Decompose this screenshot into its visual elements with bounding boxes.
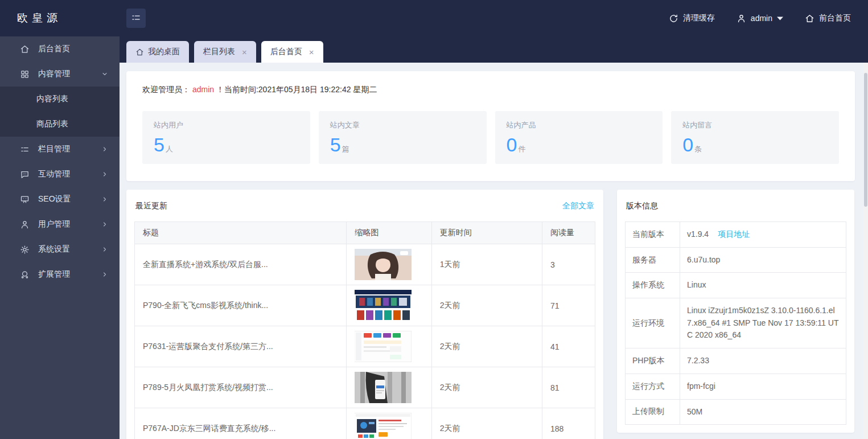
version-info-table: 当前版本 v1.9.4项目地址 服务器 6.u7u.top 操作系统 Linux — [625, 221, 846, 425]
sidebar-item-column-mgmt[interactable]: 栏目管理 — [0, 137, 120, 162]
sidebar-collapse-button[interactable] — [126, 9, 146, 28]
thumbnail-shop-page-screenshot — [355, 413, 423, 439]
clear-cache-label: 清理缓存 — [683, 13, 715, 23]
stat-value: 5 — [330, 134, 341, 155]
chat-icon — [19, 169, 30, 179]
stat-card-articles: 站内文章 5篇 — [319, 111, 487, 164]
sidebar-item-label: SEO设置 — [38, 194, 71, 204]
front-home-label: 前台首页 — [819, 13, 851, 23]
version-row: 操作系统 Linux — [626, 273, 846, 298]
main-area: 我的桌面 栏目列表 × 后台首页 × 欢迎管理员： admin ！当前时间:20… — [120, 36, 868, 439]
article-reads: 41 — [542, 326, 595, 367]
article-updated-time: 2天前 — [431, 285, 542, 326]
thumbnail-portrait-photo — [355, 249, 423, 280]
sidebar-item-extension-mgmt[interactable]: 扩展管理 — [0, 262, 120, 287]
sidebar-item-seo-settings[interactable]: SEO设置 — [0, 187, 120, 212]
sidebar-subitem-content-list[interactable]: 内容列表 — [0, 87, 120, 112]
sidebar-item-backend-home[interactable]: 后台首页 — [0, 36, 120, 61]
list-icon — [19, 144, 30, 154]
version-row: 当前版本 v1.9.4项目地址 — [626, 222, 846, 248]
recent-updates-table: 标题 缩略图 更新时间 阅读量 全新直播系统+游戏系统/双后台服... — [134, 221, 595, 439]
tab-backend-home[interactable]: 后台首页 × — [261, 41, 323, 63]
article-updated-time: 2天前 — [431, 326, 542, 367]
table-row: 全新直播系统+游戏系统/双后台服... 1天前 3 — [135, 244, 595, 285]
grid-icon — [19, 69, 30, 79]
version-label: 操作系统 — [626, 273, 680, 298]
column-header-updated: 更新时间 — [431, 222, 542, 244]
chevron-right-icon — [101, 146, 108, 153]
board-icon — [19, 194, 30, 204]
table-row: P7631-运营版聚合支付系统/第三方... 2天前 41 — [135, 326, 595, 367]
home-icon — [19, 44, 30, 54]
version-row: 上传限制 50M — [626, 399, 846, 425]
tab-column-list[interactable]: 栏目列表 × — [194, 41, 256, 63]
sidebar-item-interaction-mgmt[interactable]: 互动管理 — [0, 162, 120, 187]
home-icon — [135, 48, 144, 56]
article-reads: 71 — [542, 285, 595, 326]
article-title[interactable]: 全新直播系统+游戏系统/双后台服... — [135, 244, 347, 285]
version-value: v1.9.4 — [687, 229, 709, 239]
close-icon[interactable]: × — [309, 48, 314, 56]
header-actions: 清理缓存 admin 前台首页 — [669, 13, 868, 23]
app-window: 欧皇源 清理缓存 admin — [0, 0, 868, 439]
version-row: 运行方式 fpm-fcgi — [626, 374, 846, 399]
version-label: PHP版本 — [626, 348, 680, 374]
tab-my-desktop[interactable]: 我的桌面 — [126, 41, 189, 63]
clear-cache-button[interactable]: 清理缓存 — [669, 13, 715, 23]
all-articles-link[interactable]: 全部文章 — [562, 201, 594, 211]
thumbnail-payment-admin-screenshot — [355, 331, 423, 362]
project-address-link[interactable]: 项目地址 — [718, 229, 750, 239]
chevron-down-icon — [101, 71, 108, 77]
version-label: 运行环境 — [626, 298, 680, 348]
user-icon — [737, 14, 746, 23]
user-menu[interactable]: admin — [737, 14, 783, 23]
panel-title: 版本信息 — [626, 201, 658, 211]
sidebar-subitem-label: 商品列表 — [36, 119, 68, 129]
article-title[interactable]: P767A-JD京东三网话费直充系统/移... — [135, 408, 347, 439]
content-area: 欢迎管理员： admin ！当前时间:2021年05月18日 19:22:42 … — [120, 63, 868, 439]
menu-collapse-icon — [131, 13, 141, 24]
thumbnail-movie-site-screenshot — [355, 290, 423, 321]
stat-value: 5 — [154, 134, 164, 155]
version-label: 当前版本 — [626, 222, 680, 248]
bell-icon — [19, 269, 30, 280]
tab-bar: 我的桌面 栏目列表 × 后台首页 × — [120, 36, 868, 63]
sidebar-item-label: 系统设置 — [38, 244, 70, 255]
sidebar-item-user-mgmt[interactable]: 用户管理 — [0, 212, 120, 237]
chevron-right-icon — [101, 246, 108, 253]
sidebar-item-content-mgmt[interactable]: 内容管理 — [0, 61, 120, 87]
article-updated-time: 2天前 — [431, 408, 542, 439]
version-info-panel: 版本信息 当前版本 v1.9.4项目地址 服务器 6.u7u.top — [617, 190, 854, 433]
article-updated-time: 1天前 — [431, 244, 542, 285]
recent-updates-panel: 最近更新 全部文章 标题 缩略图 更新时间 阅读量 — [126, 190, 603, 439]
version-label: 服务器 — [626, 247, 680, 273]
sidebar-item-label: 扩展管理 — [38, 269, 70, 280]
sidebar-item-label: 用户管理 — [38, 219, 70, 229]
article-title[interactable]: P789-5月火凤凰打赏系统/视频打赏... — [135, 367, 347, 408]
table-header-row: 标题 缩略图 更新时间 阅读量 — [135, 222, 595, 244]
close-icon[interactable]: × — [242, 48, 247, 56]
scrollbar[interactable] — [863, 63, 868, 439]
article-title[interactable]: P790-全新飞飞cms影视系统/think... — [135, 285, 347, 326]
stat-value: 0 — [507, 134, 517, 155]
scrollbar-thumb[interactable] — [864, 73, 867, 207]
sidebar-subitem-product-list[interactable]: 商品列表 — [0, 112, 120, 137]
version-value: 7.2.33 — [680, 348, 846, 374]
sidebar-item-system-settings[interactable]: 系统设置 — [0, 237, 120, 262]
welcome-time: ！当前时间:2021年05月18日 19:22:42 星期二 — [214, 85, 377, 94]
sidebar-item-label: 后台首页 — [38, 44, 70, 54]
version-row: 运行环境 Linux iZzujr1m5k0z1sZ 3.10.0-1160.6… — [626, 298, 846, 348]
sidebar-item-label: 栏目管理 — [38, 144, 70, 154]
gear-icon — [19, 244, 30, 255]
table-row: P767A-JD京东三网话费直充系统/移... 2天前 188 — [135, 408, 595, 439]
chevron-right-icon — [101, 171, 108, 178]
version-value: 6.u7u.top — [680, 247, 846, 273]
stat-card-messages: 站内留言 0条 — [671, 111, 839, 164]
version-value: 50M — [680, 399, 846, 425]
article-reads: 3 — [542, 244, 595, 285]
front-home-link[interactable]: 前台首页 — [805, 13, 851, 23]
article-title[interactable]: P7631-运营版聚合支付系统/第三方... — [135, 326, 347, 367]
welcome-prefix: 欢迎管理员： — [142, 85, 192, 94]
chevron-right-icon — [101, 221, 108, 228]
tab-label: 后台首页 — [270, 47, 302, 57]
